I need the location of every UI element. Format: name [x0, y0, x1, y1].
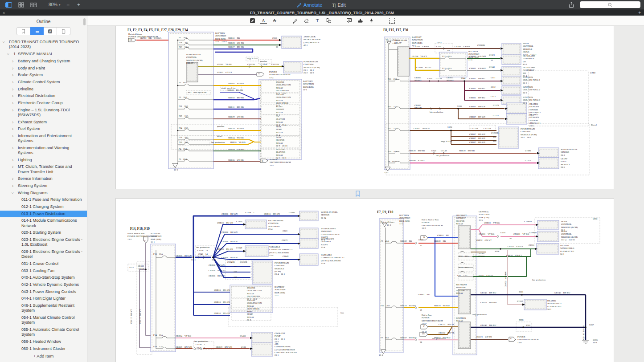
outline-item[interactable]: ›Engine – 1.5L Duratorq-TDCi (55kW75PS) — [0, 106, 87, 118]
diagram-label: C140 — [431, 150, 436, 152]
outline-item[interactable]: ›026-1 Electronic Engine Controls - Dies… — [0, 248, 87, 260]
outline-item[interactable]: ›MT, Clutch, Transfer Case and Power Tra… — [0, 163, 87, 175]
chevron-right-icon[interactable]: › — [12, 126, 13, 131]
outline-item[interactable]: ›FORD TRANSIT COURIER TOURNEO (2014-2023… — [0, 39, 87, 51]
two-page-view-icon[interactable] — [29, 1, 37, 8]
outline-item[interactable]: ›Exhaust System — [0, 118, 87, 126]
strikethrough-text-icon[interactable]: A — [271, 17, 278, 24]
diagram-label: HEATED WINDSHIELD ELEMENT RH 56-1 — [547, 300, 561, 311]
outline-item[interactable]: ›Information and Entertainment Systems — [0, 133, 87, 145]
chevron-right-icon[interactable]: › — [12, 80, 13, 85]
tab-bookmarks[interactable] — [16, 27, 30, 35]
share-icon[interactable] — [567, 1, 575, 8]
chevron-right-icon[interactable]: › — [12, 120, 13, 125]
outline-item[interactable]: ›043-1 Power Steering Controls — [0, 289, 87, 296]
outline-item[interactable]: ›Instrumentation and Warning Systems — [0, 145, 87, 157]
outline-item[interactable]: ›Brake System — [0, 72, 87, 79]
search-input[interactable] — [580, 1, 640, 8]
outline-item[interactable]: ›060-1 Instrument Cluster — [0, 345, 87, 351]
outline-item[interactable]: ›Driveline — [0, 85, 87, 93]
outline-item[interactable]: ›Service Information — [0, 175, 87, 183]
chevron-right-icon[interactable]: › — [12, 108, 13, 113]
zoom-in-button[interactable]: + — [76, 2, 82, 8]
tab-annotations[interactable]: A — [44, 27, 57, 35]
chevron-right-icon[interactable]: › — [12, 146, 13, 150]
chevron-right-icon[interactable]: › — [12, 134, 13, 138]
tab-outline[interactable] — [30, 27, 44, 35]
chevron-right-icon[interactable]: › — [12, 59, 13, 64]
diagram-label: Gas — [340, 312, 344, 314]
outline-item[interactable]: ›Battery and Charging System — [0, 58, 87, 65]
chevron-right-icon[interactable]: › — [12, 101, 13, 106]
outline-item[interactable]: ›023-1 Electronic Engine Controls - 1.0L… — [0, 236, 87, 248]
bookmark-indicator-icon[interactable] — [355, 191, 361, 197]
chevron-down-icon[interactable]: › — [10, 192, 15, 194]
outline-item[interactable]: ›Steering System — [0, 183, 87, 190]
chevron-right-icon[interactable]: › — [12, 158, 13, 163]
chevron-right-icon[interactable]: › — [12, 183, 13, 188]
outline-item[interactable]: ›1. SERVICE MANUAL — [0, 51, 87, 58]
outline-item[interactable]: ›Wiring Diagrams — [0, 190, 87, 197]
note-icon[interactable] — [345, 17, 353, 24]
outline-item[interactable]: ›056-1 Heated Window — [0, 338, 87, 346]
outline-item[interactable]: ›044-1 Horn;Cigar Lighter — [0, 295, 87, 302]
eraser-icon[interactable] — [303, 17, 310, 24]
outline-item[interactable]: ›011-1 Fuse and Relay Information — [0, 196, 87, 203]
tab-pages[interactable] — [57, 27, 70, 35]
selection-icon[interactable] — [388, 17, 395, 24]
tab-close-button[interactable]: × — [0, 11, 8, 15]
outline-item[interactable]: ›013-1 Power Distribution — [0, 211, 87, 218]
chevron-down-icon[interactable]: › — [6, 53, 11, 55]
chevron-right-icon[interactable]: › — [12, 176, 13, 181]
outline-item[interactable]: ›Body and Paint — [0, 65, 87, 72]
outline-item[interactable]: ›046-1 Supplemental Restraint System — [0, 302, 87, 314]
outline-item[interactable]: ›054-1 Manual Climate Control System — [0, 314, 87, 326]
tab-edit[interactable]: T| Edit — [332, 2, 346, 8]
document-tab-title[interactable]: FD_TRANSIT_COURIER_TOURNEO_1.5L_DURATORQ… — [250, 11, 394, 15]
add-item-button[interactable]: + Add Item — [0, 351, 87, 362]
outline-item[interactable]: ›020-1 Starting System — [0, 229, 87, 236]
document-pane: A A T — [87, 16, 644, 362]
outline-item-label: FORD TRANSIT COURIER TOURNEO (2014-2023) — [9, 40, 79, 49]
underline-text-icon[interactable]: A — [260, 17, 267, 24]
sidebar-toggle-icon[interactable] — [4, 1, 12, 8]
outline-item[interactable]: ›014-1 Module Communications Network — [0, 217, 87, 229]
chevron-right-icon[interactable]: › — [12, 164, 13, 169]
outline-item[interactable]: ›Climate Control System — [0, 79, 87, 86]
new-tab-button[interactable]: + — [635, 10, 644, 15]
chevron-right-icon[interactable]: › — [12, 73, 13, 77]
stamp-icon[interactable] — [357, 17, 364, 24]
page-thumbnails-icon[interactable] — [17, 1, 25, 8]
outline-item[interactable]: ›031-1 Cruise Control — [0, 260, 87, 268]
chevron-down-icon[interactable]: › — [1, 41, 6, 43]
chevron-right-icon[interactable]: › — [12, 87, 13, 92]
diagram-label: CLF08 YE-VT — [416, 66, 431, 69]
highlighter-icon[interactable] — [249, 17, 256, 24]
text-tool-icon[interactable]: T — [314, 17, 321, 24]
outline-item[interactable]: ›042-1 Vehicle Dynamic Systems — [0, 281, 87, 289]
outline-item[interactable]: ›Fuel System — [0, 126, 87, 133]
document-scroll-area[interactable]: F1, F2, F3, F4, F5, F11, F27, F28, F29, … — [87, 26, 644, 362]
outline-item[interactable]: ›012-1 Charging System — [0, 203, 87, 211]
outline-item[interactable]: ›055-1 Automatic Climate Control System — [0, 326, 87, 338]
tab-annotate[interactable]: Annotate — [296, 2, 322, 8]
diagram-label: SBB09 RD — [434, 240, 446, 243]
outline-item[interactable]: ›033-1 Cooling Fan — [0, 268, 87, 275]
diagram-label: C2280D — [524, 220, 532, 223]
chevron-right-icon[interactable]: › — [12, 66, 13, 71]
diagram-label: CLF02 GY-BN — [455, 45, 470, 48]
chevron-right-icon[interactable]: › — [12, 94, 13, 98]
outline-item[interactable]: ›040-1 Auto-Start-Stop System — [0, 274, 87, 281]
shapes-icon[interactable] — [325, 17, 332, 24]
zoom-out-button[interactable]: − — [65, 2, 71, 8]
outline-item[interactable]: ›Electrical Distribution — [0, 93, 87, 100]
signature-pen-icon[interactable] — [368, 17, 375, 24]
outline-item[interactable]: ›Electronic Feature Group — [0, 100, 87, 107]
diagram-label: CDC21 GY-BN — [476, 336, 492, 338]
zoom-level-select[interactable]: 80%▾ — [49, 2, 61, 7]
diagram-label: SBB29 GY-RD — [228, 116, 244, 118]
diagram-label: S105 — [457, 105, 462, 108]
outline-item[interactable]: ›Lighting — [0, 157, 87, 164]
pencil-icon[interactable] — [291, 17, 299, 24]
scrollbar-thumb[interactable] — [83, 18, 86, 25]
